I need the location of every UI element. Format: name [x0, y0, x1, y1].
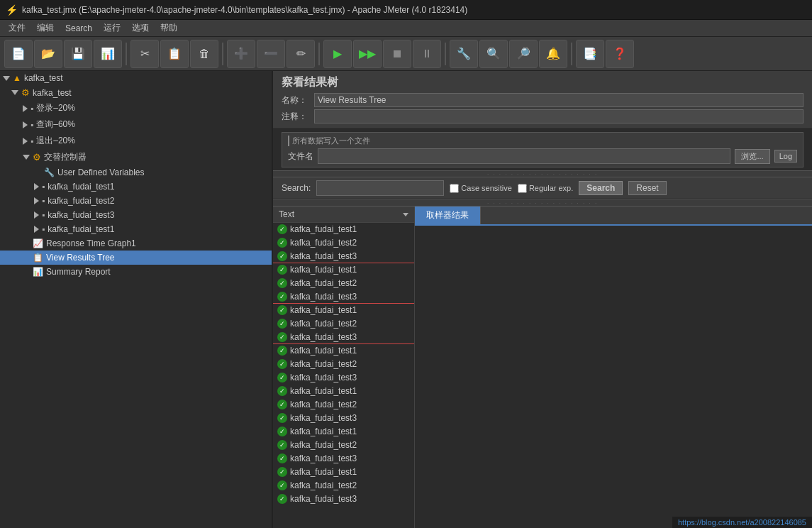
list-item[interactable]: ✓kafka_fudai_test2: [273, 317, 414, 331]
copy-button[interactable]: 📋: [160, 40, 189, 68]
tree-item-kafka1[interactable]: ▪ kafka_fudai_test1: [0, 180, 272, 194]
help-button[interactable]: ❓: [606, 40, 634, 68]
tree-item-logout[interactable]: ▪ 退出–20%: [0, 133, 272, 149]
list-item[interactable]: ✓kafka_fudai_test3: [273, 493, 414, 506]
tree-item-view-results-tree[interactable]: 📋 View Results Tree: [0, 251, 272, 265]
folder-icon: ▪: [42, 182, 45, 192]
toolbar: 📄 📂 💾 📊 ✂ 📋 🗑 ➕ ➖ ✏ ▶ ▶▶ ⏹ ⏸ 🔧 🔍 🔎 🔔 📑 ❓: [0, 37, 812, 71]
search-toolbar-button[interactable]: 🔎: [509, 40, 538, 68]
list-item[interactable]: ✓kafka_fudai_test3: [273, 331, 414, 344]
toolbar-sep-4: [445, 43, 446, 65]
toolbar-sep-2: [222, 43, 223, 65]
add-button[interactable]: ➕: [227, 40, 255, 68]
reset-button[interactable]: Reset: [628, 181, 666, 195]
tree-item-kafka4[interactable]: ▪ kafka_fudai_test1: [0, 222, 272, 236]
file-input[interactable]: [318, 148, 730, 164]
open-button[interactable]: 📂: [34, 40, 62, 68]
menu-help[interactable]: 帮助: [155, 21, 183, 35]
success-icon: ✓: [277, 453, 287, 463]
search-input[interactable]: [316, 180, 444, 196]
dropdown-arrow-icon[interactable]: [403, 213, 408, 216]
search-button[interactable]: Search: [579, 181, 623, 195]
success-icon: ✓: [277, 224, 287, 234]
remove-button[interactable]: ➖: [257, 40, 285, 68]
menu-options[interactable]: 选项: [126, 21, 155, 35]
list-item[interactable]: ✓kafka_fudai_test2: [273, 398, 414, 412]
list-item[interactable]: ✓kafka_fudai_test2: [273, 479, 414, 493]
list-item[interactable]: ✓kafka_fudai_test3: [273, 412, 414, 425]
list-item[interactable]: ✓kafka_fudai_test1: [273, 466, 414, 479]
save-button[interactable]: 💾: [64, 40, 92, 68]
list-item-label: kafka_fudai_test2: [290, 480, 357, 490]
tree-item-udv[interactable]: 🔧 User Defined Variables: [0, 165, 272, 180]
success-icon: ✓: [277, 319, 287, 329]
start-no-pause-button[interactable]: ▶▶: [353, 40, 382, 68]
new-button[interactable]: 📄: [4, 40, 33, 68]
edit-button[interactable]: ✏: [287, 40, 315, 68]
success-icon: ✓: [277, 278, 287, 288]
folder-icon: ▪: [42, 210, 45, 220]
success-icon: ✓: [277, 238, 287, 248]
tree-label: 交替控制器: [44, 151, 87, 163]
tree-item-kafka3[interactable]: ▪ kafka_fudai_test3: [0, 208, 272, 222]
toolbar-sep-1: [126, 43, 127, 65]
tree-label: kafka_fudai_test2: [48, 196, 114, 206]
list-item[interactable]: ✓kafka_fudai_test3: [273, 290, 414, 304]
comment-input[interactable]: [314, 109, 803, 123]
list-item[interactable]: ✓kafka_fudai_test1: [273, 344, 414, 358]
list-item[interactable]: ✓kafka_fudai_test3: [273, 452, 414, 466]
list-item[interactable]: ✓kafka_fudai_test3: [273, 250, 414, 263]
menu-run[interactable]: 运行: [98, 21, 126, 35]
regex-checkbox[interactable]: [518, 184, 527, 193]
delete-button[interactable]: 🗑: [190, 40, 218, 68]
cut-button[interactable]: ✂: [130, 40, 159, 68]
test-log-button[interactable]: 📑: [576, 40, 604, 68]
menu-search[interactable]: Search: [60, 22, 98, 35]
regex-label[interactable]: Regular exp.: [518, 184, 573, 193]
start-button[interactable]: ▶: [323, 40, 352, 68]
list-item[interactable]: ✓kafka_fudai_test2: [273, 277, 414, 290]
name-input[interactable]: [314, 93, 803, 107]
case-sensitive-checkbox[interactable]: [450, 184, 459, 193]
list-item[interactable]: ✓kafka_fudai_test1: [273, 304, 414, 317]
menu-edit[interactable]: 编辑: [31, 21, 60, 35]
file-section-title: 所有数据写入一个文件: [288, 136, 797, 146]
log-button[interactable]: Log: [774, 150, 797, 163]
list-item[interactable]: ✓kafka_fudai_test1: [273, 425, 414, 439]
tree-item-kafka-test-node[interactable]: ⚙ kafka_test: [0, 85, 272, 100]
case-sensitive-label[interactable]: Case sensitive: [450, 184, 512, 193]
tree-item-login[interactable]: ▪ 登录–20%: [0, 100, 272, 116]
list-item-label: kafka_fudai_test1: [290, 224, 357, 234]
stop-button[interactable]: ⏹: [383, 40, 411, 68]
clear-button[interactable]: 🔧: [450, 40, 478, 68]
tree-item-response-time[interactable]: 📈 Response Time Graph1: [0, 236, 272, 251]
scroll-handle-top[interactable]: · · · · · · · · · · · · · · · · · · ·: [273, 170, 812, 177]
templates-button[interactable]: 📊: [94, 40, 122, 68]
list-item[interactable]: ✓kafka_fudai_test1: [273, 223, 414, 236]
success-icon: ✓: [277, 292, 287, 302]
list-item[interactable]: ✓kafka_fudai_test1: [273, 263, 414, 277]
remote-start-button[interactable]: 🔔: [539, 40, 567, 68]
clear-all-button[interactable]: 🔍: [479, 40, 508, 68]
list-item[interactable]: ✓kafka_fudai_test3: [273, 371, 414, 385]
scroll-handle-bottom[interactable]: · · · · · · · · · · · · · · · · · · ·: [273, 199, 812, 207]
status-url: https://blog.csdn.net/a200822146085: [678, 518, 806, 527]
tree-item-kafka-test-root[interactable]: ▲ kafka_test: [0, 71, 272, 85]
list-item[interactable]: ✓kafka_fudai_test2: [273, 439, 414, 452]
tree-item-kafka2[interactable]: ▪ kafka_fudai_test2: [0, 194, 272, 208]
tree-item-controller[interactable]: ⚙ 交替控制器: [0, 149, 272, 165]
list-item[interactable]: ✓kafka_fudai_test1: [273, 385, 414, 398]
expand-icon: [23, 105, 28, 112]
menu-file[interactable]: 文件: [3, 21, 31, 35]
tree-item-query[interactable]: ▪ 查询–60%: [0, 116, 272, 133]
list-item[interactable]: ✓kafka_fudai_test2: [273, 358, 414, 371]
success-icon: ✓: [277, 265, 287, 275]
shutdown-button[interactable]: ⏸: [413, 40, 441, 68]
case-sensitive-text: Case sensitive: [461, 184, 512, 192]
tree-label: kafka_fudai_test1: [48, 182, 114, 192]
browse-button[interactable]: 浏览...: [735, 149, 769, 164]
list-item[interactable]: ✓kafka_fudai_test2: [273, 236, 414, 250]
tree-item-summary-report[interactable]: 📊 Summary Report: [0, 265, 272, 279]
success-icon: ✓: [277, 440, 287, 450]
tab-sampler-result[interactable]: 取样器结果: [415, 207, 481, 224]
